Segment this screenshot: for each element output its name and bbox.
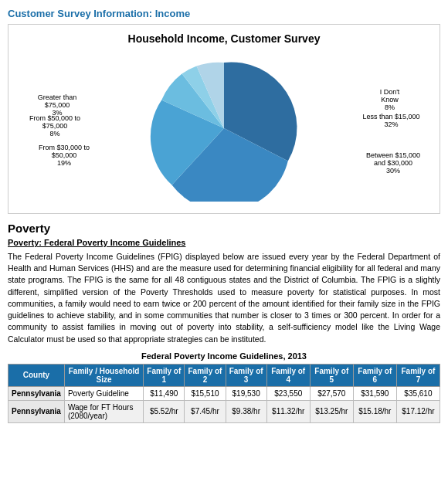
row1-f3: $19,530 xyxy=(226,386,266,400)
row1-f6: $31,590 xyxy=(353,386,396,400)
col-header-household-size: Family / Household Size xyxy=(64,364,143,386)
chart-area: Greater than $75,0003% From $50,000 to$7… xyxy=(16,51,432,205)
chart-title: Household Income, Customer Survey xyxy=(16,32,432,45)
poverty-section: Poverty Poverty: Federal Poverty Income … xyxy=(8,222,440,423)
table-row: Pennsylvania Wage for FT Hours (2080/yea… xyxy=(8,400,440,422)
table-row: Pennsylvania Poverty Guideline $11,490 $… xyxy=(8,386,440,400)
col-header-family4: Family of 4 xyxy=(266,364,310,386)
row1-f1: $11,490 xyxy=(144,386,185,400)
row2-f3: $9.38/hr xyxy=(226,400,266,422)
row1-f2: $15,510 xyxy=(185,386,226,400)
row2-county: Pennsylvania xyxy=(8,400,65,422)
row2-f6: $15.18/hr xyxy=(353,400,396,422)
col-header-family1: Family of 1 xyxy=(144,364,185,386)
poverty-body: The Federal Poverty Income Guidelines (F… xyxy=(8,251,440,345)
poverty-heading: Poverty xyxy=(8,222,440,235)
table-title: Federal Poverty Income Guidelines, 2013 xyxy=(8,351,440,361)
label-gt-75k: Greater than $75,0003% xyxy=(30,93,84,117)
row2-f2: $7.45/hr xyxy=(185,400,226,422)
pie-chart xyxy=(139,55,309,202)
row1-f4: $23,550 xyxy=(266,386,310,400)
row2-desc: Wage for FT Hours (2080/year) xyxy=(64,400,143,422)
col-header-family6: Family of 6 xyxy=(353,364,396,386)
col-header-family7: Family of 7 xyxy=(396,364,440,386)
row2-f4: $11.32/hr xyxy=(266,400,310,422)
chart-container: Household Income, Customer Survey Greate… xyxy=(8,24,440,214)
row2-f5: $13.25/hr xyxy=(310,400,353,422)
col-header-county: County xyxy=(8,364,65,386)
row1-f5: $27,570 xyxy=(310,386,353,400)
row2-f1: $5.52/hr xyxy=(144,400,185,422)
poverty-table: County Family / Household Size Family of… xyxy=(8,364,440,423)
poverty-link[interactable]: Poverty: Federal Poverty Income Guidelin… xyxy=(8,238,440,247)
label-15k-30k: Between $15,000and $30,00030% xyxy=(362,151,424,175)
col-header-family5: Family of 5 xyxy=(310,364,353,386)
row1-county: Pennsylvania xyxy=(8,386,65,400)
row1-f7: $35,610 xyxy=(396,386,440,400)
label-dont-know: I Don'tKnow8% xyxy=(365,88,415,111)
label-less-15k: Less than $15,00032% xyxy=(362,113,420,128)
page-header: Customer Survey Information: Income xyxy=(8,8,440,19)
section-title: Customer Survey Information: Income xyxy=(8,8,440,19)
label-30k-50k: From $30,000 to$50,00019% xyxy=(33,144,95,167)
row1-desc: Poverty Guideline xyxy=(64,386,143,400)
row2-f7: $17.12/hr xyxy=(396,400,440,422)
label-50k-75k: From $50,000 to$75,0008% xyxy=(27,114,83,137)
col-header-family3: Family of 3 xyxy=(226,364,266,386)
col-header-family2: Family of 2 xyxy=(185,364,226,386)
